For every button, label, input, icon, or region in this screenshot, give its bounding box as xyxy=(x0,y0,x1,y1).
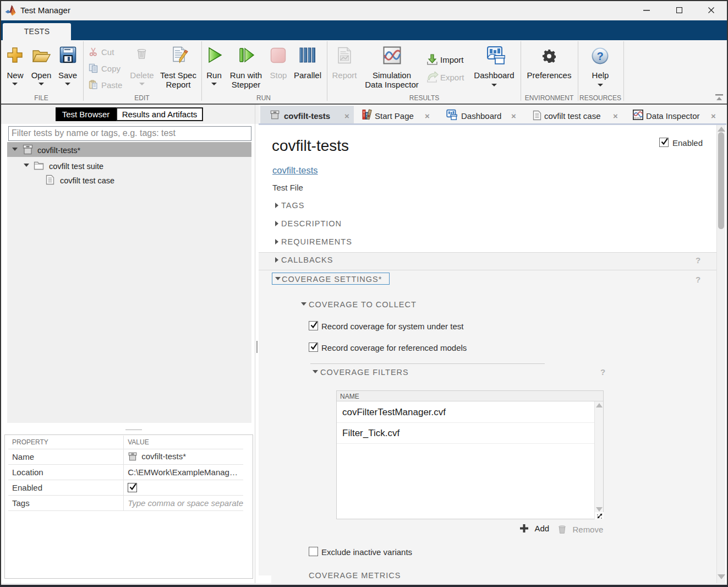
svg-text:?: ? xyxy=(596,50,603,62)
